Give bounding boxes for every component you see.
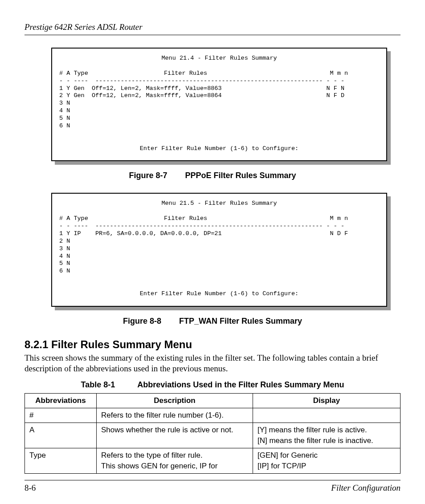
menu-box-1: Menu 21.4 - Filter Rules Summary # A Typ…	[51, 48, 387, 161]
th-display: Display	[253, 394, 400, 408]
th-abbreviations: Abbreviations	[25, 394, 97, 408]
table-header-row: Abbreviations Description Display	[25, 394, 400, 408]
th-description: Description	[97, 394, 253, 408]
menu2-row: 2 N	[59, 238, 70, 244]
figure-caption-2: Figure 8-8FTP_WAN Filter Rules Summary	[25, 317, 400, 326]
menu1-sep: - - ---- -------------------------------…	[59, 77, 344, 84]
page-footer: 8-6 Filter Configuration	[25, 480, 400, 493]
menu2-row: 3 N	[59, 245, 70, 252]
menu2-row: 6 N	[59, 268, 70, 274]
figure-num-2: Figure 8-8	[123, 317, 161, 326]
menu1-prompt: Enter Filter Rule Number (1-6) to Config…	[59, 145, 379, 153]
figure-title-1: PPPoE Filter Rules Summary	[185, 171, 296, 180]
menu1-row: 4 N	[59, 107, 70, 114]
menu-content-2: Menu 21.5 - Filter Rules Summary # A Typ…	[51, 193, 387, 306]
figure-title-2: FTP_WAN Filter Rules Summary	[179, 317, 302, 325]
table-row: TypeRefers to the type of filter rule.Th…	[25, 448, 400, 474]
menu1-title: Menu 21.4 - Filter Rules Summary	[59, 55, 379, 62]
menu-box-2: Menu 21.5 - Filter Rules Summary # A Typ…	[51, 193, 387, 306]
menu2-row: 1 Y IP PR=6, SA=0.0.0.0, DA=0.0.0.0, DP=…	[59, 230, 348, 237]
menu2-row: 5 N	[59, 260, 70, 267]
cell-display: [Y] means the filter rule is active.[N] …	[253, 423, 400, 448]
menu1-head: # A Type Filter Rules M m n	[59, 70, 348, 77]
cell-abbr: A	[25, 423, 97, 448]
cell-description: Refers to the type of filter rule.This s…	[97, 448, 253, 474]
running-header: Prestige 642R Series ADSL Router	[25, 22, 400, 35]
cell-description: Refers to the filter rule number (1-6).	[97, 408, 253, 423]
cell-abbr: Type	[25, 448, 97, 474]
table-num: Table 8-1	[81, 380, 115, 390]
cell-display	[253, 408, 400, 423]
cell-display: [GEN] for Generic[IP] for TCP/IP	[253, 448, 400, 474]
menu-content-1: Menu 21.4 - Filter Rules Summary # A Typ…	[51, 48, 387, 161]
menu2-head: # A Type Filter Rules M m n	[59, 215, 348, 222]
table-row: #Refers to the filter rule number (1-6).	[25, 408, 400, 423]
table-title: Abbreviations Used in the Filter Rules S…	[137, 380, 344, 389]
section-paragraph: This screen shows the summary of the exi…	[25, 353, 400, 374]
menu1-row: 5 N	[59, 115, 70, 122]
menu2-prompt: Enter Filter Rule Number (1-6) to Config…	[59, 290, 379, 298]
menu2-row: 4 N	[59, 253, 70, 260]
menu1-row: 3 N	[59, 100, 70, 106]
menu1-row: 2 Y Gen Off=12, Len=2, Mask=ffff, Value=…	[59, 92, 344, 99]
table-row: AShows whether the rule is active or not…	[25, 423, 400, 448]
cell-description: Shows whether the rule is active or not.	[97, 423, 253, 448]
menu2-title: Menu 21.5 - Filter Rules Summary	[59, 200, 379, 207]
menu2-sep: - - ---- -------------------------------…	[59, 223, 344, 229]
abbreviations-table: Abbreviations Description Display #Refer…	[25, 393, 400, 474]
table-caption: Table 8-1Abbreviations Used in the Filte…	[25, 380, 400, 390]
section-heading: 8.2.1 Filter Rules Summary Menu	[25, 338, 400, 351]
figure-num-1: Figure 8-7	[129, 171, 167, 180]
menu1-row: 6 N	[59, 122, 70, 129]
cell-abbr: #	[25, 408, 97, 423]
figure-caption-1: Figure 8-7PPPoE Filter Rules Summary	[25, 171, 400, 180]
menu1-row: 1 Y Gen Off=12, Len=2, Mask=ffff, Value=…	[59, 85, 344, 92]
page-number: 8-6	[25, 483, 36, 493]
footer-title: Filter Configuration	[331, 483, 400, 493]
